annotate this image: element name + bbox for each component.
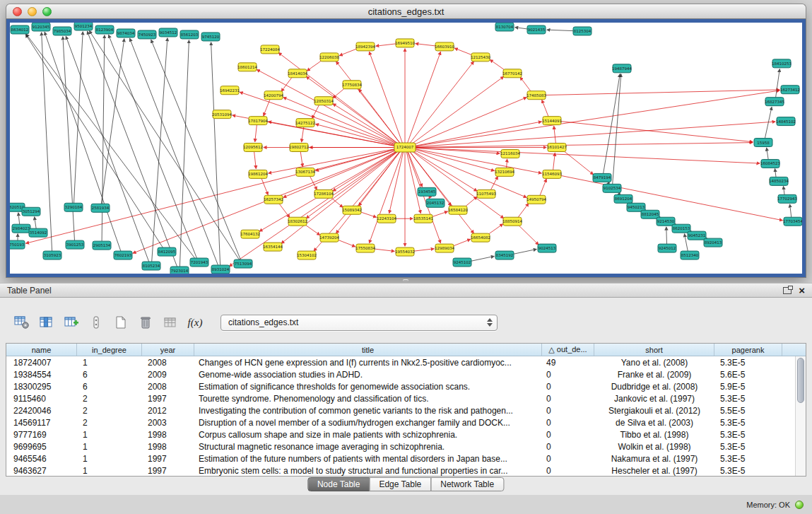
graph-node[interactable]: 12206038 [319,53,339,62]
graph-node[interactable]: 9245012 [658,244,676,252]
graph-node[interactable]: 17817904 [248,117,268,125]
graph-node[interactable]: 19487944 [612,64,632,73]
graph-node[interactable]: 14850234 [769,177,789,185]
graph-node[interactable]: 11546093 [542,170,562,178]
column-header-name[interactable]: name [6,344,77,356]
graph-node[interactable]: 16654082 [471,233,490,242]
graph-node[interactable]: 9021435 [527,25,546,34]
graph-node[interactable]: 17702943 [777,194,797,203]
column-header-out_degree[interactable]: △ out_de... [542,344,594,356]
table-row[interactable]: 911546021997Tourette syndrome. Phenomeno… [6,392,795,404]
scrollbar-thumb[interactable] [797,358,804,403]
table-row[interactable]: 1872400712008Changes of HCN gene express… [6,356,795,368]
table-row[interactable]: 1938455462009Genome-wide association stu… [6,368,795,380]
graph-node[interactable]: 15304102 [297,251,317,259]
graph-node[interactable]: 16942231 [220,86,240,95]
graph-node[interactable]: 9214530 [657,217,675,226]
network-canvas[interactable]: 1724007169495101894239412206038184140341… [10,23,802,274]
graph-node[interactable]: 9245102 [453,258,471,267]
graph-node[interactable]: 8920413 [704,238,722,247]
graph-node[interactable]: 16949510 [395,39,415,47]
column-visibility-button[interactable] [37,313,56,332]
graph-node[interactable]: 17550834 [355,244,375,252]
graph-node[interactable]: 8125304 [573,27,592,35]
graph-node[interactable]: 16827345 [765,98,784,106]
graph-node[interactable]: 14275122 [295,119,315,127]
close-panel-icon[interactable]: × [799,285,805,296]
graph-node[interactable]: 11075493 [476,189,496,198]
graph-node[interactable]: 8105234 [142,262,160,270]
panel-splitter[interactable] [0,278,812,283]
tab-edge-table[interactable]: Edge Table [369,477,431,491]
graph-node[interactable]: 3901253 [66,240,84,249]
graph-node[interactable]: 3514092 [29,228,47,237]
graph-node[interactable]: 18414034 [288,69,307,78]
zoom-window-button[interactable] [42,7,52,16]
graph-node[interactable]: 13067134 [295,168,315,176]
graph-node[interactable]: 14950794 [526,195,546,204]
window-titlebar[interactable]: citations_edges.txt [6,4,806,19]
graph-node[interactable]: 18601214 [237,63,257,71]
close-window-button[interactable] [13,7,22,16]
graph-node[interactable]: 9120345 [32,23,50,31]
graph-node[interactable]: 17703454 [783,217,802,226]
new-column-button[interactable] [62,313,81,332]
graph-node[interactable]: 1724007 [394,143,416,152]
graph-node[interactable]: 16354144 [263,243,283,251]
function-builder-button[interactable]: f(x) [186,313,204,332]
graph-node[interactable]: 8812045 [641,210,659,218]
graph-node[interactable]: 18942394 [355,42,375,51]
graph-node[interactable]: 13210694 [495,168,514,176]
graph-node[interactable]: 17286104 [314,189,334,198]
table-row[interactable]: 1830029562008Estimation of significance … [6,380,795,392]
graph-node[interactable]: 12850314 [314,97,334,105]
new-table-button[interactable] [112,313,130,332]
graph-node[interactable]: 16770142 [502,69,522,78]
table-row[interactable]: 946554611997Estimation of the future num… [6,452,795,465]
graph-node[interactable]: 18850914 [502,217,522,226]
graph-node[interactable]: 2750193 [10,240,25,249]
graph-node[interactable]: 7602193 [114,251,132,259]
column-header-year[interactable]: year [142,344,194,356]
graph-node[interactable]: 8123904 [95,25,114,34]
graph-node[interactable]: 8512340 [681,251,699,259]
graph-node[interactable]: 8130704 [495,23,514,31]
graph-node[interactable]: 14200794 [264,91,283,100]
graph-node[interactable]: 16603910 [435,42,454,51]
import-table-button[interactable] [161,313,180,332]
graph-node[interactable]: 16101427 [547,144,567,152]
tab-network-table[interactable]: Network Table [430,477,504,491]
graph-node[interactable]: 8634012 [11,25,29,34]
graph-node[interactable]: 9045231 [688,231,706,240]
graph-node[interactable]: 16273412 [780,86,800,94]
graph-node[interactable]: 18302612 [288,217,307,226]
table-selector-dropdown[interactable]: citations_edges.txt [220,315,498,331]
row-tools-button[interactable] [87,313,105,332]
graph-node[interactable]: 2905134 [93,241,111,250]
graph-node[interactable]: 7513094 [234,259,252,268]
table-settings-button[interactable] [13,313,31,332]
graph-node[interactable]: 18535141 [413,214,433,223]
graph-node[interactable]: 14845102 [776,117,796,126]
minimize-window-button[interactable] [28,7,37,16]
table-row[interactable]: 1456911722003Disruption of a novel membe… [6,416,795,428]
graph-node[interactable]: 2581934 [91,204,110,212]
graph-node[interactable]: 15089342 [342,206,362,214]
graph-node[interactable]: 3290184 [64,203,83,211]
graph-node[interactable]: 17224084 [260,45,280,54]
graph-node[interactable]: 8561203 [180,30,199,39]
graph-node[interactable]: 7201943 [190,258,208,267]
graph-node[interactable]: 8620153 [672,224,690,233]
graph-node[interactable]: 19554032 [395,247,415,256]
graph-node[interactable]: 9024513 [538,244,556,252]
column-header-pagerank[interactable]: pagerank [714,344,782,356]
table-row[interactable]: 969969511998Structural magnetic resonanc… [6,440,795,452]
graph-node[interactable]: 17750834 [342,81,362,89]
graph-node[interactable]: 15958 [754,139,772,147]
table-row[interactable]: 977716911998Corpus callosum shape and si… [6,428,795,440]
graph-node[interactable]: 8931024 [211,265,230,274]
graph-node[interactable]: 9102534 [603,184,621,192]
table-row[interactable]: 2242004622012Investigating the contribut… [6,404,795,416]
graph-node[interactable]: 9034512 [159,28,177,37]
table-row[interactable]: 946362711997Embryonic stem cells: a mode… [6,465,795,476]
